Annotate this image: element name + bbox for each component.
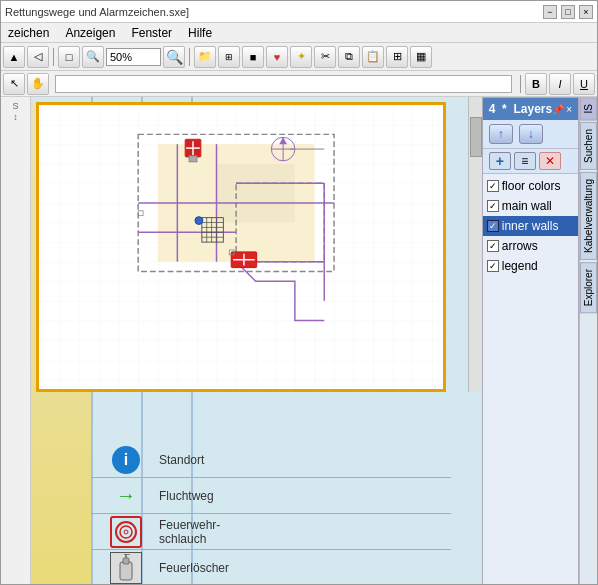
layers-btn[interactable]: ⊞ bbox=[218, 46, 240, 68]
zoom-out-btn[interactable]: 🔍 bbox=[163, 46, 185, 68]
star-btn[interactable]: ✦ bbox=[290, 46, 312, 68]
vertical-scrollbar[interactable] bbox=[468, 97, 482, 392]
title-text: Rettungswege und Alarmzeichen.sxe] bbox=[5, 6, 189, 18]
svg-point-36 bbox=[116, 522, 136, 542]
separator-2 bbox=[189, 48, 190, 66]
separator-1 bbox=[53, 48, 54, 66]
layer-item-inner-walls[interactable]: ✓ inner walls bbox=[483, 216, 578, 236]
layer-item-floor-colors[interactable]: ✓ floor colors bbox=[483, 176, 578, 196]
layer-move-up-btn[interactable]: ↑ bbox=[489, 124, 513, 144]
sep-3 bbox=[520, 75, 521, 93]
layer-name-legend: legend bbox=[502, 259, 538, 273]
layer-item-arrows[interactable]: ✓ arrows bbox=[483, 236, 578, 256]
standort-icon: i bbox=[101, 444, 151, 476]
toolbar-secondary: ↖ ✋ B I U bbox=[1, 71, 597, 97]
layer-checkbox-floor-colors[interactable]: ✓ bbox=[487, 180, 499, 192]
layer-add-btn[interactable]: + bbox=[489, 152, 511, 170]
layers-pin: 4 bbox=[489, 102, 496, 116]
folder-btn[interactable]: 📁 bbox=[194, 46, 216, 68]
layers-edit-toolbar: + ≡ ✕ bbox=[483, 149, 578, 174]
canvas-area: i Standort → Fluchtweg bbox=[31, 97, 482, 585]
cursor-tool[interactable]: ◁ bbox=[27, 46, 49, 68]
zoom-input[interactable] bbox=[106, 48, 161, 66]
bold-btn[interactable]: B bbox=[525, 73, 547, 95]
layer-name-floor-colors: floor colors bbox=[502, 179, 561, 193]
tab-kabelverwaltung[interactable]: Kabelverwaltung bbox=[580, 172, 597, 260]
maximize-button[interactable]: □ bbox=[561, 5, 575, 19]
menu-zeichen[interactable]: zeichen bbox=[5, 26, 52, 40]
arrow-icon: → bbox=[116, 484, 136, 507]
feuerwehr-icon bbox=[101, 516, 151, 548]
legend-row-fluchtweg: → Fluchtweg bbox=[91, 478, 451, 514]
paste-btn[interactable]: 📋 bbox=[362, 46, 384, 68]
close-button[interactable]: × bbox=[579, 5, 593, 19]
layer-properties-btn[interactable]: ≡ bbox=[514, 152, 536, 170]
layer-checkbox-arrows[interactable]: ✓ bbox=[487, 240, 499, 252]
layers-list: ✓ floor colors ✓ main wall ✓ inner walls… bbox=[483, 174, 578, 278]
block-btn[interactable]: ■ bbox=[242, 46, 264, 68]
layers-close-btn[interactable]: × bbox=[566, 104, 572, 115]
right-side-column: 4 * Layers 📌 × ↑ ↓ + ≡ ✕ bbox=[482, 97, 597, 585]
toolbar-main: ▲ ◁ □ 🔍 🔍 📁 ⊞ ■ ♥ ✦ ✂ ⧉ 📋 ⊞ ▦ bbox=[1, 43, 597, 71]
layer-delete-btn[interactable]: ✕ bbox=[539, 152, 561, 170]
scissors-btn[interactable]: ✂ bbox=[314, 46, 336, 68]
italic-btn[interactable]: I bbox=[549, 73, 571, 95]
feuerwehr-label: Feuerwehr-schlauch bbox=[159, 518, 220, 546]
layers-panel: 4 * Layers 📌 × ↑ ↓ + ≡ ✕ bbox=[482, 97, 579, 585]
title-controls: − □ × bbox=[543, 5, 593, 19]
extinguisher-icon bbox=[110, 552, 142, 584]
menu-hilfe[interactable]: Hilfe bbox=[185, 26, 215, 40]
grid-btn[interactable]: ⊞ bbox=[386, 46, 408, 68]
tab-explorer[interactable]: Explorer bbox=[580, 262, 597, 313]
layer-checkbox-legend[interactable]: ✓ bbox=[487, 260, 499, 272]
title-bar: Rettungswege und Alarmzeichen.sxe] − □ × bbox=[1, 1, 597, 23]
svg-point-37 bbox=[120, 526, 132, 538]
svg-rect-3 bbox=[217, 164, 295, 223]
zoom-tool[interactable]: 🔍 bbox=[82, 46, 104, 68]
main-area: S↕ bbox=[1, 97, 597, 585]
layers-header-btns: 📌 × bbox=[552, 104, 572, 115]
triangle-tool[interactable]: ▲ bbox=[3, 46, 25, 68]
fire-hose-svg bbox=[114, 520, 138, 544]
floor-plan-svg bbox=[39, 105, 443, 389]
layers-header: 4 * Layers 📌 × bbox=[483, 98, 578, 120]
menu-btn2[interactable]: ▦ bbox=[410, 46, 432, 68]
svg-rect-39 bbox=[120, 562, 132, 580]
select-tool[interactable]: □ bbox=[58, 46, 80, 68]
layers-title: 4 * Layers bbox=[489, 102, 552, 116]
layers-pin-btn[interactable]: 📌 bbox=[552, 104, 564, 115]
legend-row-feuerloescher: Feuerlöscher bbox=[91, 550, 451, 585]
info-circle: i bbox=[112, 446, 140, 474]
arrow-tool[interactable]: ↖ bbox=[3, 73, 25, 95]
fire-hose-icon bbox=[110, 516, 142, 548]
layer-item-main-wall[interactable]: ✓ main wall bbox=[483, 196, 578, 216]
hand-tool[interactable]: ✋ bbox=[27, 73, 49, 95]
tab-suchen[interactable]: Suchen bbox=[580, 122, 597, 170]
layer-item-legend[interactable]: ✓ legend bbox=[483, 256, 578, 276]
right-tabs: IS Suchen Kabelverwaltung Explorer bbox=[579, 97, 597, 585]
svg-point-38 bbox=[124, 530, 128, 534]
menu-fenster[interactable]: Fenster bbox=[128, 26, 175, 40]
extinguisher-svg bbox=[116, 554, 136, 582]
layer-move-down-btn[interactable]: ↓ bbox=[519, 124, 543, 144]
layer-checkbox-inner-walls[interactable]: ✓ bbox=[487, 220, 499, 232]
layer-checkbox-main-wall[interactable]: ✓ bbox=[487, 200, 499, 212]
menu-anzeigen[interactable]: Anzeigen bbox=[62, 26, 118, 40]
feuerloescher-icon bbox=[101, 552, 151, 584]
copy-btn[interactable]: ⧉ bbox=[338, 46, 360, 68]
layer-name-inner-walls: inner walls bbox=[502, 219, 559, 233]
search-input[interactable] bbox=[55, 75, 512, 93]
underline-btn[interactable]: U bbox=[573, 73, 595, 95]
ruler-label: S↕ bbox=[12, 101, 18, 123]
legend-row-feuerwehr: Feuerwehr-schlauch bbox=[91, 514, 451, 550]
layers-title-text: Layers bbox=[513, 102, 552, 116]
minimize-button[interactable]: − bbox=[543, 5, 557, 19]
layer-name-arrows: arrows bbox=[502, 239, 538, 253]
svg-rect-16 bbox=[189, 156, 197, 162]
tab-is[interactable]: IS bbox=[580, 97, 597, 120]
scrollbar-thumb[interactable] bbox=[470, 117, 482, 157]
feuerloescher-label: Feuerlöscher bbox=[159, 561, 229, 575]
standort-label: Standort bbox=[159, 453, 204, 467]
heart-btn[interactable]: ♥ bbox=[266, 46, 288, 68]
fluchtweg-label: Fluchtweg bbox=[159, 489, 214, 503]
